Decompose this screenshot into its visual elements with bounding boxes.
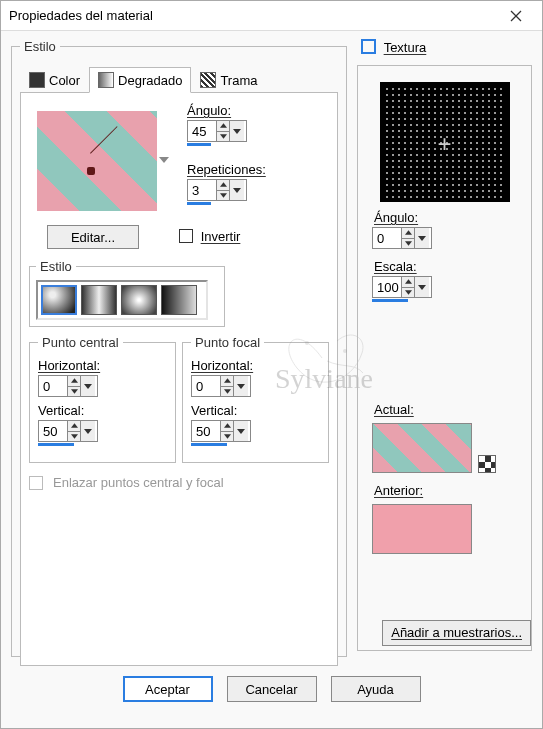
tex-scale-combo[interactable] bbox=[414, 277, 429, 297]
focal-h-combo[interactable] bbox=[233, 376, 248, 396]
tab-pattern[interactable]: Trama bbox=[191, 67, 266, 93]
gradient-panel: Ángulo: bbox=[20, 93, 338, 666]
preview-dropdown-arrow[interactable] bbox=[159, 151, 169, 161]
style-linear[interactable] bbox=[41, 285, 77, 315]
style-radial[interactable] bbox=[161, 285, 197, 315]
angle-input[interactable] bbox=[188, 121, 216, 141]
focal-v-spinner[interactable] bbox=[191, 420, 251, 442]
window-title: Propiedades del material bbox=[9, 8, 498, 23]
reps-input[interactable] bbox=[188, 180, 216, 200]
center-v-input[interactable] bbox=[39, 421, 67, 441]
invert-checkbox-row[interactable]: Invertir bbox=[179, 229, 240, 246]
tex-angle-input[interactable] bbox=[373, 228, 401, 248]
angle-combo[interactable] bbox=[229, 121, 244, 141]
gradient-swatch-icon bbox=[98, 72, 114, 88]
center-h-up[interactable] bbox=[68, 376, 80, 387]
tex-angle-label: Ángulo: bbox=[374, 210, 418, 225]
svg-marker-12 bbox=[71, 424, 78, 428]
angle-up[interactable] bbox=[217, 121, 229, 132]
svg-marker-5 bbox=[233, 129, 241, 134]
tex-angle-up[interactable] bbox=[402, 228, 414, 239]
focal-v-combo[interactable] bbox=[233, 421, 248, 441]
tex-scale-up[interactable] bbox=[402, 277, 414, 288]
tabs: Color Degradado Trama bbox=[20, 66, 338, 93]
angle-bar bbox=[187, 143, 211, 146]
angle-down[interactable] bbox=[217, 132, 229, 142]
gradient-style-legend: Estilo bbox=[36, 259, 76, 274]
focal-h-input[interactable] bbox=[192, 376, 220, 396]
center-v-bar bbox=[38, 443, 74, 446]
focal-point-legend: Punto focal bbox=[191, 335, 264, 350]
svg-point-22 bbox=[343, 349, 347, 353]
tab-color[interactable]: Color bbox=[20, 67, 89, 93]
close-button[interactable] bbox=[498, 4, 534, 28]
focal-v-label: Vertical: bbox=[191, 403, 237, 418]
reps-combo[interactable] bbox=[229, 180, 244, 200]
focal-point-group: Punto focal Horizontal: bbox=[182, 335, 329, 463]
focal-v-down[interactable] bbox=[221, 432, 233, 442]
style-rectangular[interactable] bbox=[81, 285, 117, 315]
tex-scale-bar bbox=[372, 299, 408, 302]
center-v-label: Vertical: bbox=[38, 403, 84, 418]
tex-scale-down[interactable] bbox=[402, 288, 414, 298]
texture-checkbox[interactable] bbox=[361, 39, 376, 54]
texture-preview[interactable]: + bbox=[380, 82, 510, 202]
svg-marker-17 bbox=[237, 384, 245, 389]
center-v-spinner[interactable] bbox=[38, 420, 98, 442]
gradient-preview[interactable] bbox=[37, 111, 157, 211]
svg-marker-25 bbox=[418, 236, 426, 241]
reps-spinner[interactable] bbox=[187, 179, 247, 201]
invert-label: Invertir bbox=[201, 229, 241, 244]
gradient-style-group: Estilo bbox=[29, 259, 225, 327]
center-h-spinner[interactable] bbox=[38, 375, 98, 397]
tab-gradient[interactable]: Degradado bbox=[89, 67, 191, 93]
focal-h-spinner[interactable] bbox=[191, 375, 251, 397]
previous-preview[interactable] bbox=[372, 504, 472, 554]
svg-marker-15 bbox=[224, 379, 231, 383]
tex-angle-down[interactable] bbox=[402, 239, 414, 249]
angle-spinner[interactable] bbox=[187, 120, 247, 142]
texture-label: Textura bbox=[384, 40, 427, 55]
pattern-swatch-icon bbox=[200, 72, 216, 88]
svg-marker-3 bbox=[220, 124, 227, 128]
tex-scale-spinner[interactable] bbox=[372, 276, 432, 298]
tex-angle-spinner[interactable] bbox=[372, 227, 432, 249]
svg-marker-9 bbox=[71, 379, 78, 383]
svg-marker-23 bbox=[405, 231, 412, 235]
invert-checkbox[interactable] bbox=[179, 229, 193, 243]
center-v-combo[interactable] bbox=[80, 421, 95, 441]
tex-scale-input[interactable] bbox=[373, 277, 401, 297]
focal-h-down[interactable] bbox=[221, 387, 233, 397]
style-sunburst[interactable] bbox=[121, 285, 157, 315]
center-v-down[interactable] bbox=[68, 432, 80, 442]
svg-marker-14 bbox=[84, 429, 92, 434]
svg-marker-11 bbox=[84, 384, 92, 389]
edit-button[interactable]: Editar... bbox=[47, 225, 139, 249]
reps-up[interactable] bbox=[217, 180, 229, 191]
help-button[interactable]: Ayuda bbox=[331, 676, 421, 702]
reps-down[interactable] bbox=[217, 191, 229, 201]
texture-fieldset: + Ángulo: Escala: bbox=[357, 65, 532, 651]
previous-label: Anterior: bbox=[374, 483, 423, 498]
texture-center-marker: + bbox=[438, 130, 452, 158]
transparency-toggle[interactable] bbox=[478, 455, 496, 473]
cancel-button[interactable]: Cancelar bbox=[227, 676, 317, 702]
svg-marker-6 bbox=[220, 183, 227, 187]
svg-marker-20 bbox=[237, 429, 245, 434]
tex-angle-combo[interactable] bbox=[414, 228, 429, 248]
center-v-up[interactable] bbox=[68, 421, 80, 432]
tab-gradient-label: Degradado bbox=[118, 73, 182, 88]
tab-pattern-label: Trama bbox=[220, 73, 257, 88]
focal-v-up[interactable] bbox=[221, 421, 233, 432]
center-h-input[interactable] bbox=[39, 376, 67, 396]
svg-marker-27 bbox=[405, 290, 412, 294]
center-h-down[interactable] bbox=[68, 387, 80, 397]
center-h-combo[interactable] bbox=[80, 376, 95, 396]
angle-label: Ángulo: bbox=[187, 103, 231, 118]
add-swatch-button[interactable]: Añadir a muestrarios... bbox=[382, 620, 531, 646]
ok-button[interactable]: Aceptar bbox=[123, 676, 213, 702]
focal-v-input[interactable] bbox=[192, 421, 220, 441]
texture-checkbox-row[interactable]: Textura bbox=[361, 39, 532, 57]
focal-h-up[interactable] bbox=[221, 376, 233, 387]
svg-marker-18 bbox=[224, 424, 231, 428]
